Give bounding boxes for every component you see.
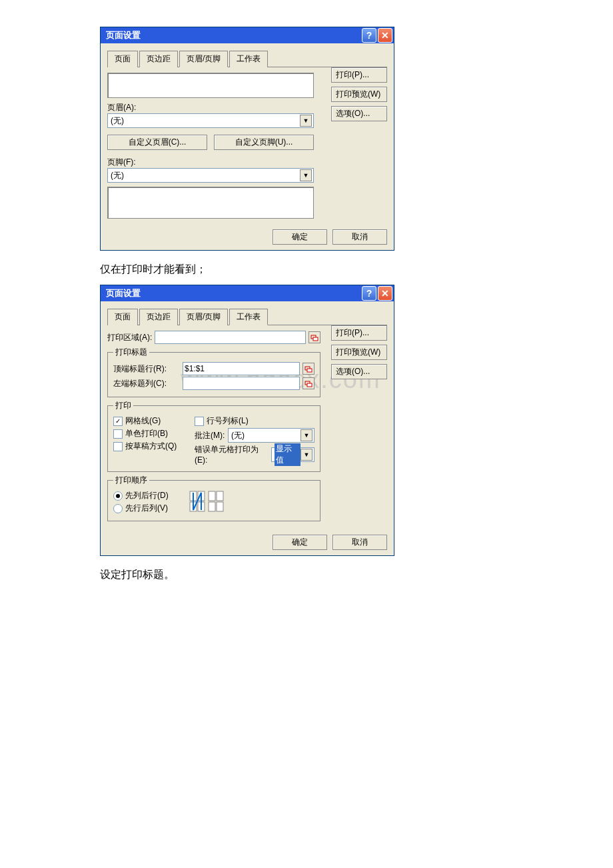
print-area-input[interactable] [155,331,306,344]
custom-header-button[interactable]: 自定义页眉(C)... [107,135,207,150]
header-label: 页眉(A): [107,102,314,113]
titlebar[interactable]: 页面设置 ? ✕ [101,285,394,301]
footer-preview [107,187,314,219]
dialog-title: 页面设置 [106,287,141,299]
tab-page[interactable]: 页面 [107,51,138,67]
print-preview-button[interactable]: 打印预览(W) [331,87,387,102]
side-buttons: 打印(P)... 打印预览(W) 选项(O)... [331,67,387,121]
tab-header-footer[interactable]: 页眉/页脚 [179,51,228,67]
svg-rect-13 [217,502,223,511]
chevron-down-icon[interactable]: ▼ [301,449,312,461]
close-button[interactable]: ✕ [378,28,392,43]
comments-label: 批注(M): [195,430,225,441]
collapse-dialog-icon[interactable] [308,331,320,343]
monochrome-checkbox[interactable] [113,429,123,439]
page-order-legend: 打印顺序 [113,475,149,486]
svg-rect-11 [217,491,223,501]
monochrome-label: 单色打印(B) [125,428,168,439]
print-legend: 打印 [113,400,133,411]
draft-label: 按草稿方式(Q) [125,441,177,452]
cell-errors-combo[interactable]: 显示值 ▼ [271,447,314,462]
svg-rect-5 [307,383,312,387]
row-col-headings-checkbox[interactable] [195,417,204,426]
ok-button[interactable]: 确定 [273,535,327,550]
side-buttons: 打印(P)... 打印预览(W) 选项(O)... [331,325,387,379]
collapse-dialog-icon[interactable] [303,363,314,375]
print-area-label: 打印区域(A): [107,332,152,343]
down-then-over-label: 先列后行(D) [125,490,169,501]
header-combo[interactable]: (无) ▼ [107,113,314,128]
tab-header-footer[interactable]: 页眉/页脚 [179,309,228,325]
top-row-input[interactable]: $1:$1 [183,362,300,375]
left-col-label: 左端标题列(C): [113,378,180,389]
svg-rect-10 [209,491,215,501]
print-preview-button[interactable]: 打印预览(W) [331,345,387,360]
draft-checkbox[interactable] [113,442,123,451]
titlebar[interactable]: 页面设置 ? ✕ [101,27,394,43]
tab-sheet[interactable]: 工作表 [229,51,268,67]
page-setup-dialog-sheet: www.bdocx.com 页面设置 ? ✕ 页面 页边距 页眉/页脚 工作表 … [100,285,394,556]
chevron-down-icon[interactable]: ▼ [301,429,312,441]
print-titles-legend: 打印标题 [113,347,149,358]
footer-combo[interactable]: (无) ▼ [107,168,314,183]
top-row-label: 顶端标题行(R): [113,363,180,375]
tab-page[interactable]: 页面 [107,309,138,325]
down-then-over-radio[interactable] [113,491,123,501]
dialog-title: 页面设置 [106,29,141,41]
help-button[interactable]: ? [362,286,376,301]
svg-rect-1 [313,337,318,341]
tab-bar: 页面 页边距 页眉/页脚 工作表 [107,50,387,67]
collapse-dialog-icon[interactable] [303,377,314,389]
cell-errors-label: 错误单元格打印为(E): [195,444,269,465]
left-col-input[interactable] [183,377,300,390]
help-button[interactable]: ? [362,28,376,43]
cancel-button[interactable]: 取消 [332,535,387,550]
gridlines-label: 网格线(G) [125,415,161,427]
row-col-headings-label: 行号列标(L) [207,415,249,427]
ok-button[interactable]: 确定 [273,229,327,245]
tab-margins[interactable]: 页边距 [139,309,178,325]
options-button[interactable]: 选项(O)... [331,106,387,121]
page-order-group: 打印顺序 先列后行(D) 先行后列(V) [107,475,320,521]
print-titles-group: 打印标题 顶端标题行(R): $1:$1 左端标题列(C): [107,347,320,397]
chevron-down-icon[interactable]: ▼ [300,169,312,181]
chevron-down-icon[interactable]: ▼ [300,115,312,127]
svg-rect-12 [209,502,215,511]
page-setup-dialog-header-footer: 页面设置 ? ✕ 页面 页边距 页眉/页脚 工作表 打印(P)... 打印预览(… [100,27,394,251]
print-group: 打印 ✓ 网格线(G) 单色打印(B) 按草稿方式(Q) [107,400,320,472]
footer-value: (无) [111,170,124,181]
cancel-button[interactable]: 取消 [332,229,387,245]
svg-rect-3 [307,369,312,372]
options-button[interactable]: 选项(O)... [331,364,387,379]
tab-margins[interactable]: 页边距 [139,51,178,67]
footer-label: 页脚(F): [107,157,314,168]
caption-2: 设定打印标题。 [100,568,613,582]
print-button[interactable]: 打印(P)... [331,325,387,341]
close-button[interactable]: ✕ [378,286,392,301]
caption-1: 仅在打印时才能看到； [100,263,613,277]
custom-footer-button[interactable]: 自定义页脚(U)... [214,135,314,150]
over-then-down-radio[interactable] [113,504,123,513]
tab-bar: 页面 页边距 页眉/页脚 工作表 [107,308,387,325]
header-preview [107,73,314,98]
tab-sheet[interactable]: 工作表 [229,309,268,325]
page-order-icon [189,490,226,514]
print-button[interactable]: 打印(P)... [331,67,387,83]
over-then-down-label: 先行后列(V) [125,503,168,514]
comments-combo[interactable]: (无) ▼ [228,428,314,443]
header-value: (无) [111,115,124,127]
gridlines-checkbox[interactable]: ✓ [113,417,123,426]
